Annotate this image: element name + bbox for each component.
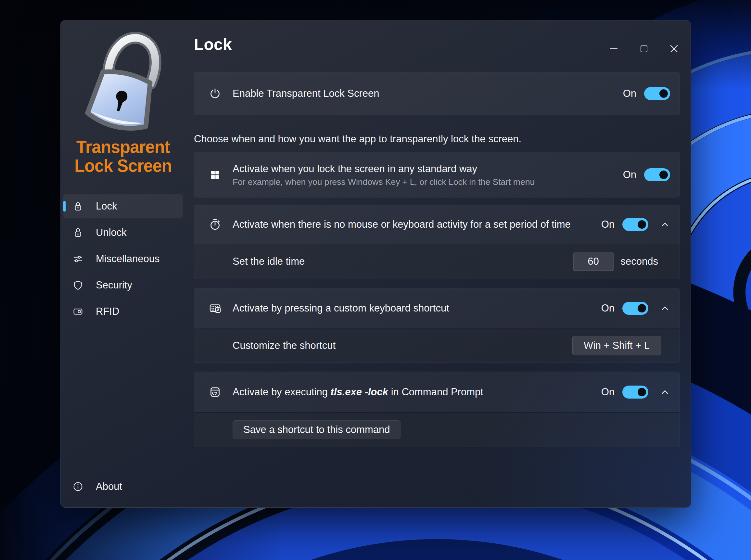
standard-lock-title: Activate when you lock the screen in any… (232, 162, 623, 175)
keyboard-shortcut-icon (208, 302, 222, 315)
close-icon (670, 44, 678, 53)
sliders-icon (72, 253, 84, 265)
selected-indicator (63, 201, 66, 212)
idle-activity-row: Activate when there is no mouse or keybo… (194, 205, 679, 244)
svg-text:C:\: C:\ (212, 391, 218, 396)
power-icon (208, 87, 222, 100)
standard-lock-card: Activate when you lock the screen in any… (194, 152, 680, 198)
idle-activity-card: Activate when there is no mouse or keybo… (194, 205, 680, 279)
toggle-state-label: On (623, 169, 636, 181)
lock-icon (72, 200, 84, 212)
windows-logo-icon (208, 168, 222, 181)
standard-lock-text: Activate when you lock the screen in any… (232, 162, 623, 187)
sidebar-nav: Lock Unlock Miscellaneous (63, 194, 183, 326)
idle-text: Activate when there is no mouse or keybo… (232, 218, 601, 231)
command-prompt-card: C:\ Activate by executing tls.exe -lock … (194, 372, 680, 447)
sidebar-bottom: About (63, 475, 183, 501)
maximize-button[interactable] (636, 42, 651, 56)
command-toggle-wrap: On (601, 385, 669, 399)
command-toggle[interactable] (622, 385, 648, 399)
section-intro: Choose when and how you want the app to … (194, 133, 680, 145)
standard-lock-subtitle: For example, when you press Windows Key … (232, 176, 623, 187)
maximize-icon (641, 45, 647, 52)
shortcut-title: Activate by pressing a custom keyboard s… (232, 302, 601, 315)
app-window: Transparent Lock Screen Lock Unlo (60, 20, 691, 508)
enable-card: Enable Transparent Lock Screen On (194, 72, 680, 115)
standard-lock-toggle[interactable] (644, 168, 670, 181)
chevron-up-icon[interactable] (661, 388, 669, 396)
toggle-state-label: On (601, 386, 614, 398)
sidebar-item-lock[interactable]: Lock (63, 194, 183, 218)
idle-title: Activate when there is no mouse or keybo… (232, 218, 601, 231)
standard-lock-row: Activate when you lock the screen in any… (194, 152, 679, 197)
command-title: Activate by executing tls.exe -lock in C… (232, 385, 601, 399)
sidebar-item-miscellaneous[interactable]: Miscellaneous (63, 247, 183, 271)
timer-icon (208, 218, 222, 231)
toggle-state-label: On (601, 302, 614, 314)
sidebar-item-label: Security (96, 279, 132, 291)
idle-time-label: Set the idle time (232, 256, 573, 267)
idle-toggle-wrap: On (601, 218, 669, 231)
standard-toggle-wrap: On (623, 168, 670, 181)
chevron-up-icon[interactable] (661, 304, 669, 313)
idle-toggle[interactable] (622, 218, 648, 231)
enable-toggle[interactable] (644, 87, 670, 100)
save-shortcut-button[interactable]: Save a shortcut to this command (232, 420, 401, 439)
toggle-knob (659, 171, 668, 179)
toggle-knob (637, 388, 646, 396)
sidebar-item-label: Unlock (96, 227, 127, 238)
shortcut-value-button[interactable]: Win + Shift + L (572, 336, 661, 355)
sidebar-item-security[interactable]: Security (63, 273, 183, 297)
command-text: Activate by executing tls.exe -lock in C… (232, 385, 601, 399)
enable-title: Enable Transparent Lock Screen (232, 87, 623, 100)
enable-text: Enable Transparent Lock Screen (232, 87, 623, 100)
customize-shortcut-label: Customize the shortcut (232, 340, 572, 352)
sidebar-item-unlock[interactable]: Unlock (63, 221, 183, 245)
main-content: Lock Enable Transparent Lock Screen On C… (194, 20, 680, 447)
sidebar-item-about[interactable]: About (63, 475, 183, 499)
sidebar-item-label: About (96, 481, 122, 493)
chevron-up-icon[interactable] (661, 220, 669, 229)
shortcut-toggle[interactable] (622, 302, 648, 315)
shortcut-toggle-wrap: On (601, 302, 669, 315)
toggle-knob (659, 89, 668, 98)
save-shortcut-subrow: Save a shortcut to this command (194, 412, 679, 447)
command-prompt-icon: C:\ (208, 385, 222, 399)
keyboard-shortcut-row: Activate by pressing a custom keyboard s… (194, 288, 679, 328)
rfid-card-icon (72, 306, 84, 317)
idle-time-input[interactable] (573, 252, 614, 271)
enable-toggle-wrap: On (623, 87, 670, 100)
shield-icon (72, 279, 84, 291)
sidebar: Transparent Lock Screen Lock Unlo (61, 20, 185, 507)
keyboard-shortcut-card: Activate by pressing a custom keyboard s… (194, 288, 680, 363)
toggle-knob (637, 304, 646, 313)
sidebar-item-label: Lock (96, 200, 117, 212)
toggle-knob (637, 220, 646, 229)
shortcut-text: Activate by pressing a custom keyboard s… (232, 302, 601, 315)
app-logo-text: Transparent Lock Screen (65, 137, 181, 175)
command-prompt-row: C:\ Activate by executing tls.exe -lock … (194, 372, 679, 412)
command-title-command: tls.exe -lock (331, 386, 388, 398)
toggle-state-label: On (623, 88, 636, 99)
info-icon (72, 481, 84, 493)
minimize-icon (610, 48, 617, 49)
idle-time-subrow: Set the idle time seconds (194, 244, 679, 279)
sidebar-item-label: Miscellaneous (96, 253, 160, 265)
command-title-prefix: Activate by executing (232, 386, 331, 398)
titlebar-controls (606, 42, 682, 56)
toggle-state-label: On (601, 219, 614, 230)
idle-time-unit: seconds (621, 256, 658, 267)
command-title-suffix: in Command Prompt (388, 386, 483, 398)
sidebar-item-label: RFID (96, 306, 119, 317)
customize-shortcut-subrow: Customize the shortcut Win + Shift + L (194, 328, 679, 362)
close-button[interactable] (667, 42, 682, 56)
logo-line-2: Lock Screen (65, 156, 181, 175)
enable-row: Enable Transparent Lock Screen On (194, 73, 679, 115)
logo-line-1: Transparent (65, 137, 181, 156)
sidebar-item-rfid[interactable]: RFID (63, 299, 183, 323)
unlock-icon (72, 227, 84, 238)
app-logo-padlock (71, 29, 178, 138)
minimize-button[interactable] (606, 42, 621, 56)
